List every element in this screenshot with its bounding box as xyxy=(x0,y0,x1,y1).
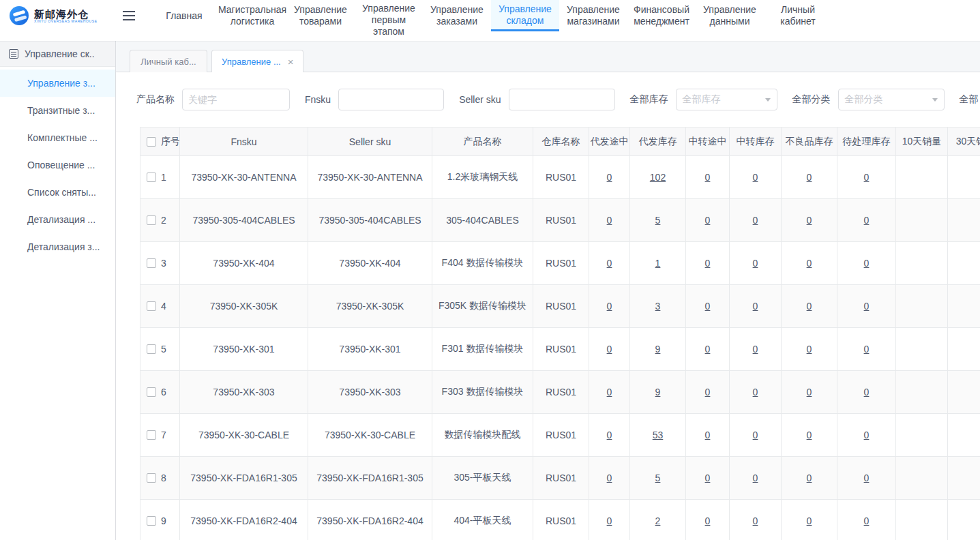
stock-count-link[interactable]: 0 xyxy=(864,215,870,226)
select-all-checkbox[interactable] xyxy=(147,137,156,147)
stock-count-link[interactable]: 102 xyxy=(650,172,666,183)
stock-count-link[interactable]: 0 xyxy=(607,344,612,355)
stock-count-link[interactable]: 0 xyxy=(864,301,870,312)
stock-count-link[interactable]: 0 xyxy=(807,344,812,355)
brand-subtitle: XINYU OVERSEAS WAREHOUSE xyxy=(34,20,98,24)
stock-count-link[interactable]: 0 xyxy=(864,387,870,397)
stock-count-link[interactable]: 1 xyxy=(655,258,661,269)
stock-count-link[interactable]: 0 xyxy=(607,430,612,440)
sidebar-item-2[interactable]: Комплектные ... xyxy=(0,124,115,151)
nav-item-2[interactable]: Управление товарами xyxy=(286,0,355,31)
row-checkbox[interactable] xyxy=(147,387,156,397)
seller-sku-input[interactable] xyxy=(509,89,615,110)
hamburger-icon[interactable] xyxy=(116,0,142,31)
stock-count-link[interactable]: 0 xyxy=(705,430,711,440)
nav-item-5[interactable]: Управление складом xyxy=(491,0,559,31)
stock-count-link[interactable]: 0 xyxy=(607,387,612,397)
stock-count-link[interactable]: 0 xyxy=(753,430,758,440)
stock-count-link[interactable]: 0 xyxy=(705,301,711,312)
stock-count-link[interactable]: 0 xyxy=(753,215,758,226)
stock-select[interactable]: 全部库存 xyxy=(676,89,777,110)
fnsku-cell: 73950-XK-FDA16R1-305 xyxy=(180,457,308,500)
stock-count-link[interactable]: 0 xyxy=(753,344,758,355)
filter-label-stock: 全部库存 xyxy=(630,93,668,106)
metric-cell-0: 0 xyxy=(589,500,630,540)
stock-count-link[interactable]: 0 xyxy=(753,172,758,183)
warehouse-name-cell: RUS01 xyxy=(533,328,589,371)
col-header-10: 待处理库存 xyxy=(837,127,896,156)
sidebar-item-6[interactable]: Детализация з... xyxy=(0,233,115,260)
metric-cell-4: 0 xyxy=(782,285,837,328)
row-checkbox[interactable] xyxy=(147,430,156,440)
nav-item-9[interactable]: Личный кабинет xyxy=(764,0,832,31)
stock-count-link[interactable]: 0 xyxy=(807,472,812,483)
stock-count-link[interactable]: 0 xyxy=(607,301,612,312)
stock-count-link[interactable]: 0 xyxy=(705,215,711,226)
stock-count-link[interactable]: 0 xyxy=(705,387,711,397)
stock-count-link[interactable]: 5 xyxy=(655,215,661,226)
stock-count-link[interactable]: 0 xyxy=(807,215,812,226)
category-select[interactable]: 全部分类 xyxy=(838,89,945,110)
row-checkbox[interactable] xyxy=(147,516,156,526)
stock-count-link[interactable]: 0 xyxy=(607,472,612,483)
stock-count-link[interactable]: 0 xyxy=(807,515,812,526)
stock-count-link[interactable]: 9 xyxy=(655,344,661,355)
sidebar-item-3[interactable]: Оповещение ... xyxy=(0,151,115,179)
stock-count-link[interactable]: 0 xyxy=(607,172,612,183)
tab-1[interactable]: Управление ...× xyxy=(211,50,303,73)
stock-count-link[interactable]: 0 xyxy=(864,172,870,183)
stock-count-link[interactable]: 0 xyxy=(864,430,870,440)
sidebar-item-1[interactable]: Транзитные з... xyxy=(0,97,115,124)
stock-count-link[interactable]: 0 xyxy=(807,258,812,269)
stock-count-link[interactable]: 53 xyxy=(653,430,664,440)
row-number: 5 xyxy=(161,344,166,355)
stock-count-link[interactable]: 0 xyxy=(705,472,711,483)
nav-item-4[interactable]: Управление заказами xyxy=(423,0,491,31)
nav-item-7[interactable]: Финансовый менеджмент xyxy=(627,0,696,31)
stock-count-link[interactable]: 0 xyxy=(807,301,812,312)
stock-count-link[interactable]: 5 xyxy=(655,472,661,483)
stock-count-link[interactable]: 0 xyxy=(753,301,758,312)
row-checkbox[interactable] xyxy=(147,473,156,483)
sidebar-item-5[interactable]: Детализация ... xyxy=(0,206,115,233)
nav-item-3[interactable]: Управление первым этапом xyxy=(355,0,423,40)
stock-count-link[interactable]: 2 xyxy=(655,515,661,526)
stock-count-link[interactable]: 0 xyxy=(753,515,758,526)
stock-count-link[interactable]: 0 xyxy=(753,387,758,397)
row-checkbox[interactable] xyxy=(147,301,156,311)
nav-item-1[interactable]: Магистральная логистика xyxy=(218,0,286,31)
nav-item-6[interactable]: Управление магазинами xyxy=(559,0,627,31)
stock-count-link[interactable]: 0 xyxy=(864,472,870,483)
fnsku-input[interactable] xyxy=(338,89,444,110)
stock-count-link[interactable]: 9 xyxy=(655,387,661,397)
stock-count-link[interactable]: 0 xyxy=(607,515,612,526)
product-name-input[interactable] xyxy=(182,89,290,110)
nav-item-8[interactable]: Управление данными xyxy=(696,0,764,31)
stock-count-link[interactable]: 0 xyxy=(753,472,758,483)
stock-count-link[interactable]: 0 xyxy=(705,344,711,355)
stock-count-link[interactable]: 3 xyxy=(655,301,661,312)
sidebar-item-0[interactable]: Управление з... xyxy=(0,70,115,97)
tab-close-icon[interactable]: × xyxy=(288,57,294,67)
stock-count-link[interactable]: 0 xyxy=(607,258,612,269)
stock-count-link[interactable]: 0 xyxy=(864,258,870,269)
row-checkbox[interactable] xyxy=(147,172,156,182)
sidebar-item-4[interactable]: Список сняты... xyxy=(0,179,115,206)
stock-count-link[interactable]: 0 xyxy=(607,215,612,226)
stock-count-link[interactable]: 0 xyxy=(807,172,812,183)
row-checkbox[interactable] xyxy=(147,258,156,268)
warehouse-name-cell: RUS01 xyxy=(533,156,589,199)
nav-item-0[interactable]: Главная xyxy=(150,0,218,31)
stock-count-link[interactable]: 0 xyxy=(753,258,758,269)
row-checkbox[interactable] xyxy=(147,344,156,354)
row-checkbox[interactable] xyxy=(147,215,156,225)
tab-0[interactable]: Личный каб... xyxy=(130,50,207,72)
stock-count-link[interactable]: 0 xyxy=(864,515,870,526)
stock-count-link[interactable]: 0 xyxy=(807,387,812,397)
stock-count-link[interactable]: 0 xyxy=(705,515,711,526)
stock-count-link[interactable]: 0 xyxy=(864,344,870,355)
stock-count-link[interactable]: 0 xyxy=(705,172,711,183)
stock-count-link[interactable]: 0 xyxy=(705,258,711,269)
stock-count-link[interactable]: 0 xyxy=(807,430,812,440)
metric-cell-3: 0 xyxy=(730,371,782,414)
